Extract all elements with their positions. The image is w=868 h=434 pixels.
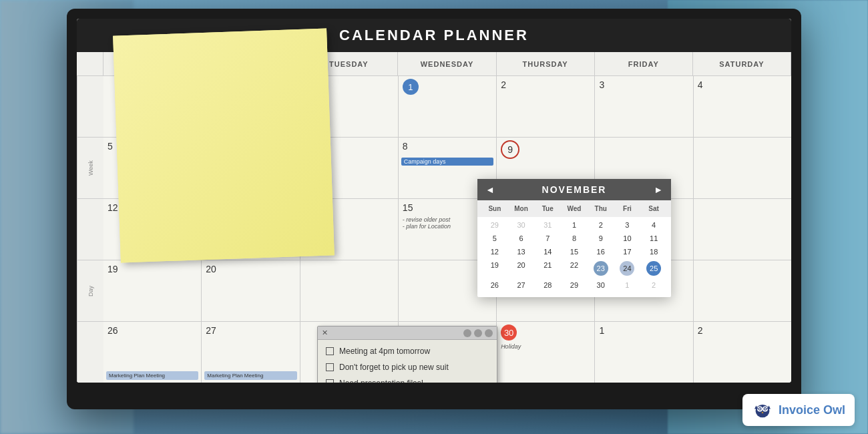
cal-cell-wed1: 1 xyxy=(399,76,497,137)
mini-col-fri: Fri xyxy=(614,203,641,214)
day-8: 8 xyxy=(403,141,408,152)
day-26: 26 xyxy=(107,325,118,336)
mini-col-mon: Mon xyxy=(508,203,535,214)
mini-day-w2-d0[interactable]: 12 xyxy=(481,245,508,258)
side-label-1 xyxy=(77,76,103,137)
mini-day-w2-d4[interactable]: 16 xyxy=(588,245,614,258)
invoice-text-brand: Owl xyxy=(823,403,845,417)
side-label-2: Week xyxy=(77,138,103,198)
mini-day-w4-d1[interactable]: 27 xyxy=(508,278,535,292)
task-dot-3 xyxy=(485,329,493,337)
mini-day-w1-d1[interactable]: 6 xyxy=(508,232,535,245)
mini-calendar[interactable]: ◄ NOVEMBER ► Sun Mon Tue Wed Thu Fri Sat… xyxy=(477,179,671,297)
mini-day-w0-d4[interactable]: 2 xyxy=(588,218,614,232)
mini-cal-next[interactable]: ► xyxy=(654,184,663,195)
mini-day-w2-d5[interactable]: 17 xyxy=(614,245,641,258)
invoice-owl-text: Invoice Owl xyxy=(779,403,845,417)
mini-cal-grid: 2930311234567891011121314151617181920212… xyxy=(477,217,671,297)
mini-day-w3-d1[interactable]: 20 xyxy=(508,258,535,278)
task-checkbox-3[interactable] xyxy=(326,379,334,383)
cal-cell-sat1: 4 xyxy=(694,76,791,137)
cal-cell-fri5: 1 xyxy=(595,322,693,383)
mini-day-w1-d6[interactable]: 11 xyxy=(640,232,667,245)
cal-cell-sat5: 2 xyxy=(694,322,791,383)
task-list: Meeting at 4pm tomorrow Don't forget to … xyxy=(318,340,497,383)
mini-cal-title: NOVEMBER xyxy=(542,184,607,195)
mini-day-w4-d0[interactable]: 26 xyxy=(481,278,508,292)
mini-cal-days-header: Sun Mon Tue Wed Thu Fri Sat xyxy=(477,200,671,217)
mini-day-w4-d5[interactable]: 1 xyxy=(614,278,641,292)
mini-day-w4-d3[interactable]: 29 xyxy=(561,278,588,292)
event-marketing-mon: Marketing Plan Meeting xyxy=(204,371,296,380)
mini-day-w1-d3[interactable]: 8 xyxy=(561,232,588,245)
mini-day-w0-d3[interactable]: 1 xyxy=(561,218,588,232)
side-label-4: Day xyxy=(77,260,103,321)
mini-day-w4-d4[interactable]: 30 xyxy=(588,278,614,292)
task-dots xyxy=(463,329,493,337)
cal-cell-thu1: 2 xyxy=(497,76,595,137)
mini-day-w1-d4[interactable]: 9 xyxy=(588,232,614,245)
task-close-icon[interactable]: ✕ xyxy=(322,329,328,337)
mini-day-w0-d2[interactable]: 31 xyxy=(534,218,561,232)
mini-day-w2-d6[interactable]: 18 xyxy=(640,245,667,258)
col-header-saturday: SATURDAY xyxy=(693,52,791,75)
mini-day-w0-d6[interactable]: 4 xyxy=(640,218,667,232)
day-20: 20 xyxy=(206,264,216,274)
task-label-2: Don't forget to pick up new suit xyxy=(339,363,449,372)
task-popup: ✕ Meeting at 4pm tomorrow Don't forget xyxy=(317,326,497,383)
sticky-note-content xyxy=(113,29,335,263)
screen: CALENDAR PLANNER SUNDAY MONDAY TUESDAY W… xyxy=(77,19,791,383)
mini-cal-prev[interactable]: ◄ xyxy=(485,184,495,195)
task-item-3: Need presentation files! xyxy=(326,379,489,383)
mini-col-tue: Tue xyxy=(534,203,561,214)
day-2: 2 xyxy=(501,79,506,90)
day-30: 30 xyxy=(501,324,517,341)
cal-cell-fri1: 3 xyxy=(595,76,693,137)
mini-day-w3-d6[interactable]: 25 xyxy=(640,258,667,278)
mini-day-w1-d5[interactable]: 10 xyxy=(614,232,641,245)
mini-day-w4-d6[interactable]: 2 xyxy=(640,278,667,292)
task-dot-2 xyxy=(474,329,482,337)
sticky-note xyxy=(113,29,335,263)
mini-day-w2-d3[interactable]: 15 xyxy=(561,245,588,258)
mini-day-w3-d0[interactable]: 19 xyxy=(481,258,508,278)
mini-col-thu: Thu xyxy=(588,203,614,214)
event-campaign: Campaign days xyxy=(401,158,493,166)
invoice-owl-badge: Invoice Owl xyxy=(742,394,855,426)
mini-day-w1-d2[interactable]: 7 xyxy=(534,232,561,245)
task-popup-header: ✕ xyxy=(318,327,497,340)
mini-day-w1-d0[interactable]: 5 xyxy=(481,232,508,245)
day-19: 19 xyxy=(107,264,118,274)
mini-col-sun: Sun xyxy=(481,203,508,214)
mini-day-w0-d5[interactable]: 3 xyxy=(614,218,641,232)
task-item-2: Don't forget to pick up new suit xyxy=(326,363,489,372)
mini-day-w3-d3[interactable]: 22 xyxy=(561,258,588,278)
cal-cell-sat2 xyxy=(694,138,791,198)
mini-day-w2-d2[interactable]: 14 xyxy=(534,245,561,258)
mini-day-w2-d1[interactable]: 13 xyxy=(508,245,535,258)
day-15: 15 xyxy=(403,202,413,213)
invoice-text-prefix: Invoice xyxy=(779,403,820,417)
cal-cell-thu5: 30 Holiday xyxy=(497,322,595,383)
col-header-wednesday: WEDNESDAY xyxy=(398,52,496,75)
mini-day-w3-d4[interactable]: 23 xyxy=(588,258,614,278)
day-9: 9 xyxy=(501,140,519,159)
day-2-next: 2 xyxy=(698,325,703,336)
mini-day-w4-d2[interactable]: 28 xyxy=(534,278,561,292)
mini-cal-header: ◄ NOVEMBER ► xyxy=(477,179,671,200)
task-checkbox-1[interactable] xyxy=(326,347,334,355)
mini-day-w3-d2[interactable]: 21 xyxy=(534,258,561,278)
mini-day-w3-d5[interactable]: 24 xyxy=(614,258,641,278)
cal-cell-mon5: 27 Marketing Plan Meeting xyxy=(202,322,300,383)
mini-day-w0-d0[interactable]: 29 xyxy=(481,218,508,232)
mini-day-w0-d1[interactable]: 30 xyxy=(508,218,535,232)
cal-row-4: Day 19 20 23 - path postsstepnd. xyxy=(77,260,791,322)
svg-point-0 xyxy=(756,405,770,417)
cal-cell-sun4: 19 xyxy=(103,260,202,321)
task-checkbox-2[interactable] xyxy=(326,363,334,371)
task-label-3: Need presentation files! xyxy=(339,379,423,383)
mini-col-sat: Sat xyxy=(640,203,667,214)
cal-cell-sun5: 26 Marketing Plan Meeting xyxy=(103,322,202,383)
day-1: 1 xyxy=(403,79,419,95)
cal-cell-sat3 xyxy=(694,199,791,260)
